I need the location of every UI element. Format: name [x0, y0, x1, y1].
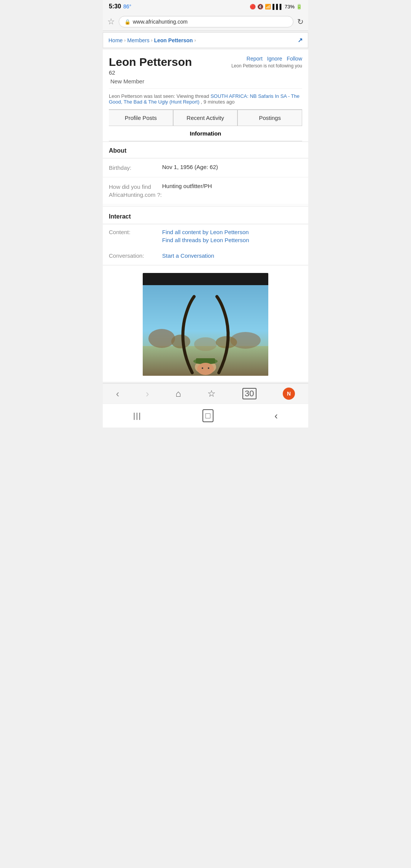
image-scene [143, 285, 268, 376]
battery-percent: 73% [285, 4, 295, 10]
how-found-value: Hunting outfitter/PH [162, 183, 302, 199]
bottom-nav: ‹ › ⌂ ☆ 30 N [103, 383, 308, 404]
ignore-link[interactable]: Ignore [267, 56, 282, 62]
conversation-label: Conversation: [109, 252, 162, 259]
tab-profile-posts[interactable]: Profile Posts [109, 110, 173, 126]
breadcrumb-home[interactable]: Home [108, 37, 123, 43]
conversation-row: Conversation: Start a Conversation [103, 248, 308, 263]
breadcrumb-current: Leon Petterson [154, 37, 193, 43]
svg-point-2 [148, 329, 175, 348]
content-links: Find all content by Leon Petterson Find … [162, 229, 249, 243]
tab-recent-activity[interactable]: Recent Activity [173, 110, 238, 126]
birthday-label: Birthday: [109, 164, 162, 172]
browser-bar: ☆ 🔒 www.africahunting.com ↻ [103, 13, 308, 31]
breadcrumb: Home › Members › Leon Petterson › ↗ [103, 32, 308, 48]
svg-point-11 [202, 367, 203, 369]
image-top-bar [143, 273, 268, 285]
about-heading: About [103, 142, 308, 158]
last-seen: Leon Petterson was last seen: Viewing th… [109, 88, 302, 109]
follow-link[interactable]: Follow [287, 56, 302, 62]
last-seen-action: Viewing thread [177, 93, 209, 99]
profile-section: Leon Petterson 62 Report Ignore Follow L… [103, 49, 308, 141]
birthday-row: Birthday: Nov 1, 1956 (Age: 62) [103, 158, 308, 177]
follow-note: Leon Petterson is not following you [231, 63, 302, 69]
breadcrumb-sep2: › [151, 38, 153, 43]
tabs-row: Profile Posts Recent Activity Postings [109, 110, 302, 126]
nav-tabs[interactable]: 30 [242, 388, 256, 399]
star-icon: ☆ [207, 388, 216, 399]
breadcrumb-sep1: › [124, 38, 126, 43]
status-time: 5:30 [109, 3, 121, 10]
signal-icon: ▌▌▌ [272, 4, 283, 10]
android-nav: ||| □ ‹ [103, 404, 308, 428]
profile-tabs: Profile Posts Recent Activity Postings I… [109, 109, 302, 141]
breadcrumb-sep3: › [194, 38, 196, 43]
profile-role: New Member [109, 78, 302, 85]
bluetooth-off-icon: 🔇 [257, 4, 263, 10]
status-icons: 🔴 🔇 📶 ▌▌▌ 73% 🔋 [250, 4, 302, 10]
profile-identity: Leon Petterson 62 [109, 56, 192, 76]
conversation-links: Start a Conversation [162, 252, 214, 259]
content-label: Content: [109, 229, 162, 235]
start-conversation-link[interactable]: Start a Conversation [162, 252, 214, 259]
nav-back[interactable]: ‹ [116, 388, 119, 400]
find-threads-link[interactable]: Find all threads by Leon Petterson [162, 237, 249, 243]
android-home-icon[interactable]: □ [202, 409, 213, 422]
status-bar: 5:30 86° 🔴 🔇 📶 ▌▌▌ 73% 🔋 [103, 0, 308, 13]
bookmark-icon[interactable]: ☆ [107, 17, 115, 27]
forward-icon: › [146, 388, 149, 400]
find-content-link[interactable]: Find all content by Leon Petterson [162, 229, 249, 235]
content-area: About Birthday: Nov 1, 1956 (Age: 62) Ho… [103, 142, 308, 382]
tab-postings[interactable]: Postings [237, 110, 302, 126]
profile-age: 62 [109, 69, 192, 76]
status-temperature: 86° [123, 3, 131, 10]
profile-actions: Report Ignore Follow Leon Petterson is n… [231, 56, 302, 69]
birthday-value: Nov 1, 1956 (Age: 62) [162, 164, 302, 172]
scene-svg [143, 285, 268, 376]
report-link[interactable]: Report [247, 56, 263, 62]
interact-heading: Interact [103, 208, 308, 224]
android-back-icon[interactable]: ‹ [274, 410, 278, 422]
bluetooth-icon: 🔴 [250, 4, 256, 10]
tabs-icon: 30 [242, 388, 256, 399]
android-menu-icon[interactable]: ||| [133, 412, 142, 420]
wifi-icon: 📶 [265, 4, 271, 10]
profile-action-links: Report Ignore Follow [247, 56, 302, 62]
menu-icon: N [283, 388, 295, 400]
battery-icon: 🔋 [296, 4, 302, 10]
nav-home[interactable]: ⌂ [175, 388, 181, 399]
url-text: www.africahunting.com [133, 19, 188, 25]
svg-point-12 [208, 367, 209, 369]
svg-point-4 [194, 337, 217, 351]
svg-point-5 [171, 335, 190, 348]
last-seen-text: Leon Petterson was last seen: [109, 93, 175, 99]
profile-name: Leon Petterson [109, 56, 192, 69]
url-bar[interactable]: 🔒 www.africahunting.com [119, 16, 293, 27]
profile-image [143, 273, 268, 376]
lock-icon: 🔒 [124, 19, 131, 25]
how-found-label: How did you find AfricaHunting.com ?: [109, 183, 162, 199]
svg-point-10 [197, 363, 214, 375]
content-divider-2 [103, 265, 308, 265]
how-found-row: How did you find AfricaHunting.com ?: Hu… [103, 177, 308, 204]
external-link-icon[interactable]: ↗ [298, 37, 303, 44]
content-row: Content: Find all content by Leon Petter… [103, 224, 308, 248]
nav-forward[interactable]: › [146, 388, 149, 400]
last-seen-time: , 9 minutes ago [201, 99, 235, 105]
section-divider [103, 206, 308, 206]
svg-rect-9 [196, 358, 215, 364]
tab-information[interactable]: Information [109, 126, 302, 141]
nav-bookmarks[interactable]: ☆ [207, 388, 216, 399]
profile-image-container [103, 267, 308, 382]
breadcrumb-members[interactable]: Members [127, 37, 149, 43]
profile-header: Leon Petterson 62 Report Ignore Follow L… [109, 56, 302, 76]
nav-menu[interactable]: N [283, 388, 295, 400]
reload-icon[interactable]: ↻ [297, 17, 304, 26]
back-icon: ‹ [116, 388, 119, 400]
home-icon: ⌂ [175, 388, 181, 399]
